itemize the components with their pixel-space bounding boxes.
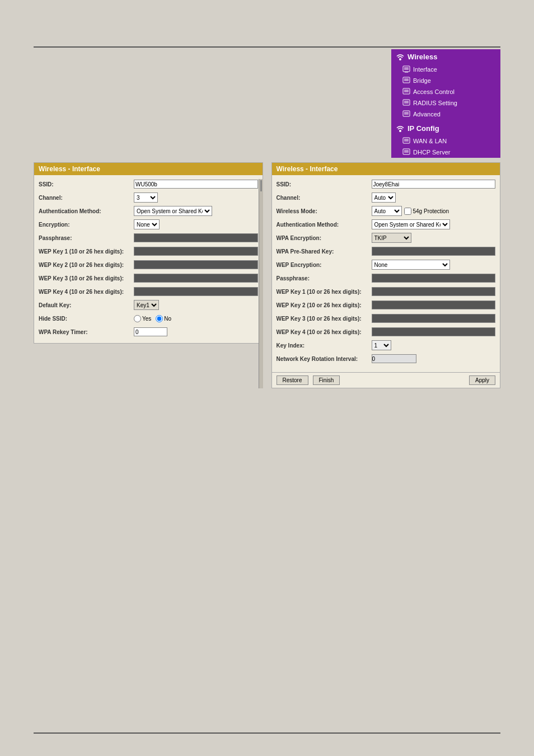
right-wep2-input[interactable] — [372, 300, 496, 309]
right-ssid-input[interactable] — [372, 180, 496, 189]
right-wep3-input[interactable] — [372, 314, 496, 323]
left-channel-value: 3 1245 6789 1011Auto — [134, 192, 258, 203]
right-wep4-value — [372, 327, 496, 336]
right-wep4-label: WEP Key 4 (10 or 26 hex digits): — [277, 329, 372, 335]
right-wep4-input[interactable] — [372, 327, 496, 336]
left-ssid-row: SSID: — [39, 179, 258, 190]
nav-interface[interactable]: Interface — [391, 64, 500, 75]
nav-dhcp-server[interactable]: DHCP Server — [391, 147, 500, 158]
left-hidessid-yes-radio[interactable] — [134, 315, 141, 322]
left-scrollbar-thumb — [260, 180, 262, 191]
left-wep2-value — [134, 260, 258, 269]
left-passphrase-row: Passphrase: — [39, 232, 258, 243]
apply-button[interactable]: Apply — [469, 375, 495, 385]
nav-access-control[interactable]: Access Control — [391, 86, 500, 97]
left-wep1-label: WEP Key 1 (10 or 26 hex digits): — [39, 248, 134, 255]
left-passphrase-input[interactable] — [134, 233, 258, 242]
right-wep3-label: WEP Key 3 (10 or 26 hex digits): — [277, 316, 372, 322]
left-encryption-select[interactable]: None WEP TKIP AES — [134, 219, 160, 229]
right-wep1-input[interactable] — [372, 287, 496, 296]
right-wep4-row: WEP Key 4 (10 or 26 hex digits): — [277, 326, 496, 337]
right-auth-value: Open System or Shared Key Open System Sh… — [372, 219, 496, 229]
nav-advanced[interactable]: Advanced — [391, 109, 500, 120]
right-panel-title: Wireless - Interface — [277, 165, 338, 173]
svg-point-0 — [399, 58, 401, 60]
left-encryption-row: Encryption: None WEP TKIP AES — [39, 219, 258, 230]
right-channel-row: Channel: Auto 1234 5678 91011 — [277, 192, 496, 203]
right-wpa-psk-label: WPA Pre-Shared Key: — [277, 248, 372, 255]
bottom-buttons: Restore Finish Apply — [272, 372, 500, 388]
radius-icon — [402, 99, 410, 107]
left-wparekey-input[interactable] — [134, 327, 167, 336]
left-scrollbar[interactable] — [259, 179, 263, 388]
nav-radius-setting[interactable]: RADIUS Setting — [391, 97, 500, 109]
svg-rect-16 — [404, 150, 409, 153]
svg-rect-11 — [404, 112, 409, 115]
left-auth-select[interactable]: Open System or Shared Key Open System Sh… — [134, 206, 212, 216]
right-rotation-input[interactable] — [372, 354, 416, 363]
finish-button[interactable]: Finish — [313, 375, 340, 385]
left-hidessid-no-item: No — [156, 315, 171, 322]
nav-wireless-header[interactable]: Wireless — [391, 49, 500, 64]
left-channel-select[interactable]: 3 1245 6789 1011Auto — [134, 192, 158, 203]
right-wmode-value: Auto B Only G Only 54g Protection — [372, 206, 496, 216]
right-wep-enc-select[interactable]: None 64-bit (10 hex digits) 128-bit (26 … — [372, 260, 450, 270]
right-passphrase-label: Passphrase: — [277, 275, 372, 281]
right-passphrase-value — [372, 274, 496, 283]
nav-bridge[interactable]: Bridge — [391, 75, 500, 86]
left-wep1-input[interactable] — [134, 247, 258, 256]
left-passphrase-value — [134, 233, 258, 242]
left-hidessid-no-radio[interactable] — [156, 315, 163, 322]
wan-lan-icon — [402, 137, 410, 145]
right-wep1-label: WEP Key 1 (10 or 26 hex digits): — [277, 289, 372, 295]
right-auth-select[interactable]: Open System or Shared Key Open System Sh… — [372, 219, 450, 229]
left-defaultkey-value: Key1 Key2 Key3 Key4 — [134, 300, 258, 310]
right-rotation-row: Network Key Rotation Interval: — [277, 353, 496, 364]
right-54g-protection-label: 54g Protection — [413, 208, 449, 214]
right-keyindex-row: Key Index: 1 2 3 4 — [277, 340, 496, 351]
right-wpa-enc-row: WPA Encryption: TKIP AES TKIP+AES — [277, 232, 496, 243]
left-wparekey-label: WPA Rekey Timer: — [39, 329, 134, 335]
top-divider — [34, 46, 500, 48]
nav-interface-label: Interface — [413, 66, 437, 73]
left-encryption-label: Encryption: — [39, 222, 134, 228]
dhcp-icon — [402, 148, 410, 156]
right-auth-row: Authentication Method: Open System or Sh… — [277, 219, 496, 230]
left-wep2-input[interactable] — [134, 260, 258, 269]
left-encryption-value: None WEP TKIP AES — [134, 219, 258, 229]
right-wep3-row: WEP Key 3 (10 or 26 hex digits): — [277, 313, 496, 324]
right-wpa-enc-label: WPA Encryption: — [277, 235, 372, 241]
right-wmode-label: Wireless Mode: — [277, 208, 372, 214]
svg-rect-7 — [404, 90, 409, 92]
left-panel-title: Wireless - Interface — [39, 165, 100, 173]
bottom-divider — [34, 732, 500, 734]
right-wep3-value — [372, 314, 496, 323]
left-wep2-row: WEP Key 2 (10 or 26 hex digits): — [39, 259, 258, 270]
right-ssid-value — [372, 180, 496, 189]
left-ssid-input[interactable] — [134, 180, 258, 189]
restore-button[interactable]: Restore — [277, 375, 308, 385]
nav-wan-lan[interactable]: WAN & LAN — [391, 135, 500, 147]
right-wpa-enc-select[interactable]: TKIP AES TKIP+AES — [372, 233, 411, 243]
nav-access-control-label: Access Control — [413, 88, 455, 95]
svg-rect-9 — [404, 101, 409, 104]
right-wmode-select[interactable]: Auto B Only G Only — [372, 206, 402, 216]
right-channel-select[interactable]: Auto 1234 5678 91011 — [372, 192, 396, 203]
nav-menu: Wireless Interface Bridge — [391, 49, 500, 158]
left-passphrase-label: Passphrase: — [39, 235, 134, 241]
right-54g-protection-checkbox[interactable] — [404, 208, 411, 215]
right-keyindex-select[interactable]: 1 2 3 4 — [372, 340, 391, 350]
left-defaultkey-select[interactable]: Key1 Key2 Key3 Key4 — [134, 300, 159, 310]
left-defaultkey-label: Default Key: — [39, 302, 134, 308]
right-wpa-psk-input[interactable] — [372, 247, 496, 256]
nav-radius-label: RADIUS Setting — [413, 100, 457, 106]
right-passphrase-input[interactable] — [372, 274, 496, 283]
left-wep3-input[interactable] — [134, 274, 258, 283]
nav-ipconfig-header[interactable]: IP Config — [391, 121, 500, 135]
right-wep2-label: WEP Key 2 (10 or 26 hex digits): — [277, 302, 372, 308]
left-hidessid-label: Hide SSID: — [39, 316, 134, 322]
left-wep4-input[interactable] — [134, 287, 258, 296]
main-content: Wireless - Interface SSID: Channel: — [34, 162, 500, 388]
right-wep1-row: WEP Key 1 (10 or 26 hex digits): — [277, 286, 496, 297]
left-hidessid-row: Hide SSID: Yes No — [39, 313, 258, 324]
